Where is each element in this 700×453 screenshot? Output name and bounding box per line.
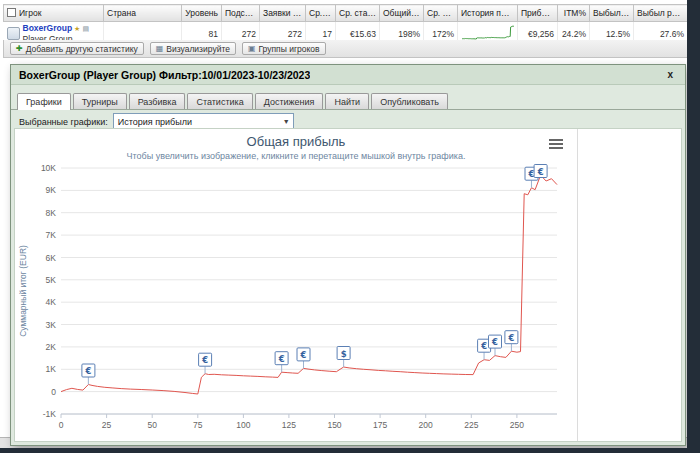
dialog-content: Общая прибыль Чтобы увеличить изображени… [14, 128, 682, 442]
chart-title: Общая прибыль [15, 134, 577, 149]
svg-text:2K: 2K [46, 342, 57, 352]
col-header-entries[interactable]: Заявки и у... [260, 5, 306, 22]
profit-history-sparkline [461, 25, 515, 40]
player-name-link[interactable]: BoxerGroup [23, 23, 73, 33]
screen: Игрок Страна Уровень Подсчет Заявки и у.… [0, 0, 700, 453]
svg-text:€: € [84, 366, 91, 376]
svg-text:€: € [480, 341, 487, 351]
note-icon[interactable]: ▤ [82, 25, 89, 32]
svg-text:9K: 9K [46, 185, 57, 195]
visualize-label: Визуализируйте [166, 44, 230, 54]
dialog-tabs: Графики Турниры Разбивка Статистика Дост… [11, 85, 685, 110]
tab-achievements[interactable]: Достижения [255, 93, 324, 109]
col-header-level[interactable]: Уровень [182, 5, 222, 22]
svg-text:6K: 6K [46, 253, 57, 263]
svg-text:3K: 3K [46, 320, 57, 330]
svg-text:200: 200 [419, 420, 433, 430]
svg-text:25: 25 [102, 420, 112, 430]
col-header-itm[interactable]: ITM% [558, 5, 590, 22]
tab-find[interactable]: Найти [325, 93, 369, 109]
chart-menu-button[interactable] [549, 137, 565, 151]
svg-text:50: 50 [147, 420, 157, 430]
col-header-early-bust2[interactable]: Выбыл рано/с... [634, 5, 688, 22]
svg-text:€: € [537, 167, 544, 177]
col-header-count[interactable]: Подсчет [222, 5, 260, 22]
close-icon[interactable]: x [663, 69, 677, 81]
tab-charts[interactable]: Графики [17, 93, 71, 110]
svg-text:75: 75 [193, 420, 203, 430]
add-statistic-label: Добавить другую статистику [26, 44, 138, 54]
selected-charts-label: Выбранные графики: [19, 117, 108, 127]
svg-text:7K: 7K [46, 230, 57, 240]
player-group-avatar [7, 27, 20, 40]
svg-text:150: 150 [327, 420, 341, 430]
favorite-icon[interactable]: ★ [74, 25, 80, 32]
window-edge-right [687, 0, 700, 453]
add-statistic-button[interactable]: ✚ Добавить другую статистику [10, 42, 144, 55]
tab-tournaments[interactable]: Турниры [73, 93, 127, 109]
hamburger-icon [549, 139, 563, 141]
col-header-avg-stake[interactable]: Ср. ставка [336, 5, 380, 22]
col-header-player[interactable]: Игрок [4, 5, 104, 22]
visualize-button[interactable]: ▦ Визуализируйте [150, 42, 236, 55]
window-edge-bottom [0, 448, 700, 453]
svg-text:-1K: -1K [43, 409, 57, 419]
profit-chart-plot[interactable]: -1K01K2K3K4K5K6K7K8K9K10K025507510012515… [15, 162, 571, 438]
player-groups-label: Группы игроков [258, 44, 319, 54]
plus-icon: ✚ [16, 45, 23, 53]
col-header-total-roi[interactable]: Общий ROI [380, 5, 424, 22]
col-header-profit[interactable]: Прибыль [518, 5, 558, 22]
stats-toolbar: ✚ Добавить другую статистику ▦ Визуализи… [3, 40, 700, 58]
chevron-down-icon: ▼ [283, 118, 290, 125]
tab-publish[interactable]: Опубликовать [371, 93, 448, 109]
dialog-titlebar[interactable]: BoxerGroup (Player Group) Фильтр:10/01/2… [11, 65, 685, 85]
groups-icon: ▣ [248, 45, 256, 53]
svg-text:1K: 1K [46, 364, 57, 374]
svg-text:10K: 10K [41, 163, 56, 173]
svg-text:8K: 8K [46, 208, 57, 218]
col-header-avg-roi[interactable]: Ср. ROI [424, 5, 458, 22]
svg-text:€: € [507, 333, 514, 343]
svg-text:€: € [300, 350, 307, 360]
col-header-country[interactable]: Страна [104, 5, 182, 22]
col-label: Игрок [19, 8, 41, 18]
svg-text:0: 0 [59, 420, 64, 430]
svg-text:€: € [528, 169, 535, 179]
select-all-checkbox[interactable] [7, 8, 16, 17]
tab-breakdown[interactable]: Разбивка [129, 93, 186, 109]
col-header-early-bust[interactable]: Выбыл рано [590, 5, 634, 22]
svg-text:Суммарный итог (EUR): Суммарный итог (EUR) [18, 245, 28, 337]
tab-statistics[interactable]: Статистика [187, 93, 252, 109]
svg-text:€: € [491, 337, 498, 347]
svg-text:0: 0 [51, 387, 56, 397]
dialog-title: BoxerGroup (Player Group) Фильтр:10/01/2… [19, 69, 310, 81]
svg-text:4K: 4K [46, 297, 57, 307]
svg-text:€: € [278, 354, 285, 364]
filter-dialog: BoxerGroup (Player Group) Фильтр:10/01/2… [10, 64, 686, 446]
col-header-avg-games[interactable]: Ср. игры [306, 5, 336, 22]
svg-text:175: 175 [373, 420, 387, 430]
chart-select-value: История прибыли [118, 117, 192, 127]
svg-text:250: 250 [510, 420, 524, 430]
svg-text:5K: 5K [46, 275, 57, 285]
player-groups-button[interactable]: ▣ Группы игроков [242, 42, 326, 55]
chart-subtitle: Чтобы увеличить изображение, кликните и … [15, 151, 577, 161]
chart-panel: Общая прибыль Чтобы увеличить изображени… [15, 129, 578, 441]
svg-text:€: € [201, 355, 208, 365]
svg-text:125: 125 [282, 420, 296, 430]
svg-text:225: 225 [464, 420, 478, 430]
table-header-row: Игрок Страна Уровень Подсчет Заявки и у.… [4, 5, 688, 22]
col-header-profit-history[interactable]: История прибыли [458, 5, 518, 22]
visualize-icon: ▦ [156, 45, 164, 53]
svg-text:$: $ [341, 349, 347, 359]
svg-text:100: 100 [236, 420, 250, 430]
